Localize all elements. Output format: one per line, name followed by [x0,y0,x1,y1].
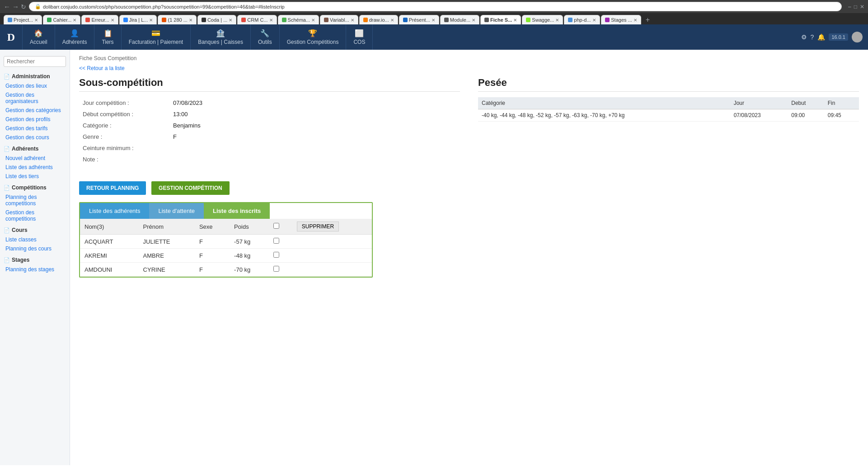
browser-tab-module[interactable]: Module... ✕ [440,15,479,24]
supprimer-button[interactable]: SUPPRIMER [297,222,339,231]
search-input[interactable] [4,56,66,67]
outils-icon: 🔧 [260,29,269,38]
address-bar[interactable]: 🔒 dolibarr.cosjudo.custom/cos/php/sousco… [29,2,842,11]
pesee-col-fin: Fin [824,97,859,109]
sidebar-section-cours: 📄 Cours [0,223,70,235]
back-button[interactable]: ← [4,3,10,10]
sidebar-item-liste-classes[interactable]: Liste classes [0,235,70,244]
pesee-col-jour: Jour [730,97,788,109]
sidebar-item-tarifs[interactable]: Gestion des tarifs [0,124,70,133]
label-debut: Début compétition : [79,108,169,120]
nav-outils[interactable]: 🔧 Outils [251,24,280,50]
tab-close[interactable]: ✕ [111,18,114,23]
tab-close[interactable]: ✕ [555,18,559,23]
sidebar-item-profils[interactable]: Gestion des profils [0,115,70,124]
tab-close[interactable]: ✕ [34,18,38,23]
tab-close[interactable]: ✕ [432,18,435,23]
sidebar-item-planning-stages[interactable]: Planning des stages [0,265,70,274]
row-3-checkbox[interactable] [273,266,279,272]
row-prenom-2: AMBRE [139,249,195,263]
tab-close[interactable]: ✕ [390,18,394,23]
minimize-button[interactable]: – [848,4,851,10]
tab-attente[interactable]: Liste d'attente [149,203,204,219]
sidebar-item-gestion-competitions[interactable]: Gestion des competitions [0,208,70,223]
nav-tiers[interactable]: 📋 Tiers [94,24,121,50]
nav-cos[interactable]: ⬜ COS [346,24,373,50]
tab-close[interactable]: ✕ [513,18,517,23]
pesee-table: Catégorie Jour Debut Fin -40 kg, -44 kg,… [478,97,859,122]
browser-tab-fiche[interactable]: Fiche S... ✕ [480,15,521,24]
sidebar-item-nouvel-adherent[interactable]: Nouvel adhérent [0,154,70,163]
row-1-checkbox[interactable] [273,238,279,244]
browser-tab-1280[interactable]: (1 280 ... ✕ [158,15,196,24]
tab-close[interactable]: ✕ [472,18,475,23]
tab-close[interactable]: ✕ [592,18,596,23]
back-link[interactable]: << Retour a la liste [79,65,859,71]
sidebar-item-liste-adherents[interactable]: Liste des adhérents [0,163,70,172]
new-tab-button[interactable]: + [642,16,653,24]
maximize-button[interactable]: □ [854,4,857,10]
tab-close[interactable]: ✕ [73,18,76,23]
col-supprimer: SUPPRIMER [292,219,372,235]
tab-close[interactable]: ✕ [351,18,354,23]
browser-tabs: Project... ✕ Cahier... ✕ Erreur... ✕ Jir… [0,13,868,24]
sidebar-item-categories[interactable]: Gestion des catégories [0,106,70,115]
nav-right: ⚙ ? 🔔 16.0.1 [801,32,868,42]
tab-close[interactable]: ✕ [189,18,192,23]
tiers-icon: 📋 [103,29,113,38]
sidebar-item-cours-admin[interactable]: Gestion des cours [0,133,70,142]
nav-banques[interactable]: 🏦 Banques | Caisses [191,24,251,50]
nav-adherents[interactable]: 👤 Adhérents [55,24,95,50]
sidebar-item-lieux[interactable]: Gestion des lieux [0,81,70,90]
tab-label: (1 280 ... [168,17,187,23]
inscrits-header-row: Nom(3) Prénom Sexe Poids SUPPRIMER [80,219,372,235]
browser-tab-schema[interactable]: Schéma... ✕ [278,15,319,24]
browser-tab-stages[interactable]: Stages ... ✕ [601,15,641,24]
browser-tab-erreur[interactable]: Erreur... ✕ [81,15,118,24]
forward-button[interactable]: → [12,3,19,10]
sidebar-section-adherents-label: Adhérents [12,146,38,152]
select-all-checkbox[interactable] [273,223,279,229]
tab-favicon [484,18,489,22]
settings-icon[interactable]: ⚙ [801,33,807,41]
browser-tab-drawio[interactable]: draw.io... ✕ [359,15,398,24]
browser-tab-coda[interactable]: Coda | ... ✕ [197,15,236,24]
nav-accueil[interactable]: 🏠 Accueil [23,24,55,50]
doc-icon-2: 📄 [4,146,10,152]
browser-tab-cahier[interactable]: Cahier... ✕ [43,15,80,24]
nav-facturation[interactable]: 💳 Facturation | Paiement [122,24,191,50]
tab-inscrits[interactable]: Liste des inscrits [204,203,270,219]
tab-favicon [162,18,166,22]
retour-planning-button[interactable]: RETOUR PLANNING [79,181,146,195]
gestion-competition-button[interactable]: GESTION COMPÉTITION [151,181,230,195]
browser-tab-phpdoc[interactable]: php-d... ✕ [564,15,600,24]
browser-tab-present[interactable]: Présent... ✕ [399,15,439,24]
user-avatar[interactable] [852,32,863,42]
sidebar-item-organisateurs[interactable]: Gestion des organisateurs [0,90,70,106]
browser-tab-swagge[interactable]: Swagge... ✕ [522,15,563,24]
browser-nav: ← → ↻ [4,3,26,10]
tab-close[interactable]: ✕ [229,18,232,23]
row-checkbox-3 [269,263,292,277]
reload-button[interactable]: ↻ [21,3,26,10]
browser-tab-crm[interactable]: CRM C... ✕ [237,15,277,24]
tab-favicon [605,18,610,22]
tab-close[interactable]: ✕ [269,18,273,23]
tab-close[interactable]: ✕ [311,18,315,23]
sidebar-item-planning-cours[interactable]: Planning des cours [0,244,70,253]
pesee-header-row: Catégorie Jour Debut Fin [478,97,859,109]
tab-close[interactable]: ✕ [633,18,637,23]
sidebar-item-planning-competitions[interactable]: Planning des competitions [0,193,70,208]
alert-icon[interactable]: 🔔 [817,33,825,41]
row-checkbox-1 [269,235,292,249]
question-icon[interactable]: ? [811,33,814,41]
row-2-checkbox[interactable] [273,252,279,258]
tab-adherents[interactable]: Liste des adhérents [80,203,149,219]
browser-tab-jira[interactable]: Jira | L... ✕ [119,15,157,24]
browser-tab-variabl[interactable]: Variabl... ✕ [320,15,358,24]
browser-tab-project[interactable]: Project... ✕ [4,15,42,24]
close-button[interactable]: ✕ [860,4,864,10]
sidebar-item-liste-tiers[interactable]: Liste des tiers [0,172,70,181]
nav-gestion-competitions[interactable]: 🏆 Gestion Compétitions [280,24,347,50]
tab-close[interactable]: ✕ [149,18,153,23]
